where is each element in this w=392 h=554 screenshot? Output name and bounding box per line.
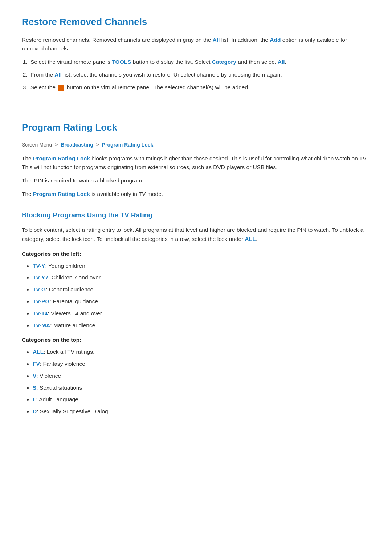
cat-tv-y7-sep: : — [48, 274, 52, 280]
breadcrumb-separator1: > — [55, 142, 58, 148]
restore-step-2: From the All list, select the channels y… — [29, 70, 370, 79]
cat-tv-g-sep: : — [46, 286, 49, 292]
para3-end: is available only in TV mode. — [90, 191, 163, 197]
rating-lock-para1: The Program Rating Lock blocks programs … — [22, 154, 370, 172]
cat-d-key: D — [33, 408, 37, 414]
step2-link-all: All — [54, 71, 62, 78]
cat-all-desc: Lock all TV ratings. — [47, 349, 95, 355]
orange-c-button-icon — [58, 85, 64, 91]
section-title-restore: Restore Removed Channels — [22, 15, 370, 30]
blocking-intro-text: To block content, select a rating entry … — [22, 227, 363, 242]
breadcrumb-prefix: Screen Menu — [22, 142, 52, 148]
step1-text-end: . — [285, 59, 286, 65]
subsection-title-blocking: Blocking Programs Using the TV Rating — [22, 210, 370, 221]
breadcrumb-link-rating-lock: Program Rating Lock — [102, 142, 154, 148]
blocking-intro-link-all: ALL — [245, 236, 256, 242]
breadcrumb: Screen Menu > Broadcasting > Program Rat… — [22, 141, 370, 149]
cat-d-sep: : — [37, 408, 40, 414]
list-item: V: Violence — [33, 372, 370, 381]
cat-v-desc: Violence — [40, 373, 61, 379]
list-item: TV-PG: Parental guidance — [33, 297, 370, 306]
cat-tv-14-key: TV-14 — [33, 310, 48, 316]
step1-link-all: All — [278, 59, 285, 65]
step1-link-tools: TOOLS — [112, 59, 131, 65]
breadcrumb-separator2: > — [96, 142, 99, 148]
cat-s-sep: : — [36, 385, 40, 391]
cat-tv-pg-key: TV-PG — [33, 298, 50, 304]
blocking-intro-paragraph: To block content, select a rating entry … — [22, 226, 370, 244]
restore-steps-list: Select the virtual remote panel's TOOLS … — [29, 58, 370, 92]
cat-tv-y7-key: TV-Y7 — [33, 274, 48, 280]
cat-tv-ma-key: TV-MA — [33, 322, 50, 328]
list-item: FV: Fantasy violence — [33, 360, 370, 369]
list-item: TV-Y7: Children 7 and over — [33, 273, 370, 282]
restore-intro-text1: Restore removed channels. Removed channe… — [22, 37, 213, 43]
section-divider — [22, 107, 370, 107]
list-item: TV-14: Viewers 14 and over — [33, 309, 370, 318]
step2-text-mid: list, select the channels you wish to re… — [62, 71, 282, 78]
list-item: TV-MA: Mature audience — [33, 321, 370, 330]
para1-before: The — [22, 155, 33, 161]
cat-s-desc: Sexual situations — [40, 385, 82, 391]
program-rating-lock-section: Program Rating Lock Screen Menu > Broadc… — [22, 120, 370, 416]
para3-before: The — [22, 191, 33, 197]
cat-tv-y-sep: : — [45, 263, 48, 269]
restore-intro-link-add: Add — [270, 37, 281, 43]
restore-intro-link-all: All — [213, 37, 220, 43]
cat-tv-14-sep: : — [48, 310, 51, 316]
list-item: L: Adult Language — [33, 395, 370, 404]
cat-all-sep: : — [44, 349, 47, 355]
cat-l-desc: Adult Language — [39, 396, 78, 402]
cat-tv-14-desc: Viewers 14 and over — [51, 310, 102, 316]
breadcrumb-link-broadcasting: Broadcasting — [61, 142, 93, 148]
restore-removed-channels-section: Restore Removed Channels Restore removed… — [22, 15, 370, 92]
rating-lock-para3: The Program Rating Lock is available onl… — [22, 190, 370, 199]
cat-v-key: V — [33, 373, 36, 379]
cat-s-key: S — [33, 385, 36, 391]
cat-tv-y-key: TV-Y — [33, 263, 45, 269]
categories-left-list: TV-Y: Young children TV-Y7: Children 7 a… — [33, 262, 370, 330]
categories-top-list: ALL: Lock all TV ratings. FV: Fantasy vi… — [33, 348, 370, 416]
cat-tv-ma-sep: : — [50, 322, 53, 328]
para3-link: Program Rating Lock — [33, 191, 90, 197]
section-title-rating-lock: Program Rating Lock — [22, 120, 370, 135]
cat-all-key: ALL — [33, 349, 44, 355]
restore-intro-paragraph: Restore removed channels. Removed channe… — [22, 36, 370, 54]
cat-fv-key: FV — [33, 361, 40, 367]
restore-step-1: Select the virtual remote panel's TOOLS … — [29, 58, 370, 67]
step2-text-before: From the — [30, 71, 54, 78]
step1-text-mid: button to display the list. Select — [131, 59, 212, 65]
cat-v-sep: : — [36, 373, 40, 379]
restore-intro-text2: list. In addition, the — [220, 37, 270, 43]
step1-text-mid2: and then select — [236, 59, 278, 65]
cat-tv-pg-desc: Parental guidance — [53, 298, 98, 304]
cat-tv-g-key: TV-G — [33, 286, 46, 292]
cat-tv-pg-sep: : — [50, 298, 53, 304]
categories-top-label: Categories on the top: — [22, 336, 370, 345]
blocking-intro-end: . — [256, 236, 257, 242]
cat-fv-desc: Fantasy violence — [43, 361, 85, 367]
list-item: ALL: Lock all TV ratings. — [33, 348, 370, 357]
restore-step-3: Select the button on the virtual remote … — [29, 83, 370, 92]
para1-link: Program Rating Lock — [33, 155, 90, 161]
cat-tv-y7-desc: Children 7 and over — [52, 274, 101, 280]
cat-tv-y-desc: Young children — [48, 263, 85, 269]
cat-d-desc: Sexually Suggestive Dialog — [40, 408, 108, 414]
cat-tv-ma-desc: Mature audience — [53, 322, 95, 328]
blocking-programs-subsection: Blocking Programs Using the TV Rating To… — [22, 210, 370, 416]
list-item: S: Sexual situations — [33, 383, 370, 393]
step1-text-before: Select the virtual remote panel's — [30, 59, 112, 65]
step3-text-end: button on the virtual remote panel. The … — [65, 84, 249, 90]
step1-link-category: Category — [212, 59, 236, 65]
rating-lock-para2: This PIN is required to watch a blocked … — [22, 176, 370, 185]
cat-tv-g-desc: General audience — [49, 286, 93, 292]
list-item: D: Sexually Suggestive Dialog — [33, 407, 370, 416]
list-item: TV-Y: Young children — [33, 262, 370, 271]
categories-left-label: Categories on the left: — [22, 250, 370, 259]
step3-text-before: Select the — [30, 84, 57, 90]
list-item: TV-G: General audience — [33, 285, 370, 294]
